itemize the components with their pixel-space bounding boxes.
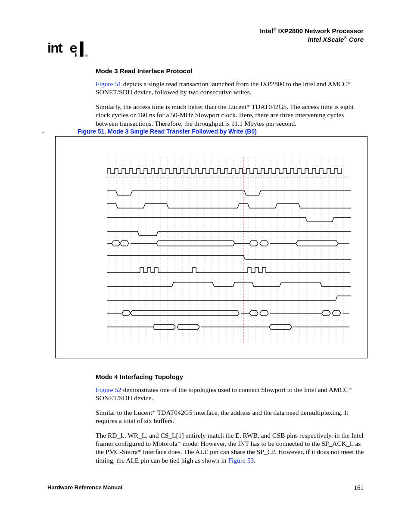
footer-manual-title: Hardware Reference Manual xyxy=(47,484,122,491)
registered-sup-2: ® xyxy=(344,35,347,40)
figure-52-link[interactable]: Figure 52 xyxy=(96,386,121,393)
mode4-para2: Similar to the Lucent* TDAT042G5 interfa… xyxy=(96,408,365,425)
page: Intel® IXP2800 Network Processor Intel X… xyxy=(0,0,411,532)
mode3-heading: Mode 3 Read Interface Protocol xyxy=(96,67,365,75)
header-line1-post: IXP2800 Network Processor xyxy=(276,27,364,34)
page-footer: Hardware Reference Manual 161 xyxy=(47,484,364,491)
svg-text:®: ® xyxy=(85,54,88,58)
header-line2-pre: Intel XScale xyxy=(308,36,344,43)
mode4-para3-post: . xyxy=(254,457,255,464)
timing-diagram-svg xyxy=(106,157,351,342)
intel-logo: int e ® xyxy=(47,40,95,60)
figure-51-caption: Figure 51. Mode 3 Single Read Transfer F… xyxy=(78,128,257,135)
header-line1-pre: Intel xyxy=(260,27,273,34)
footer-page-number: 161 xyxy=(354,484,364,492)
mode3-para1-rest: depicts a single read transaction launch… xyxy=(96,80,351,96)
mode4-heading: Mode 4 Interfacing Topology xyxy=(96,373,365,380)
mode4-para1-rest: demonstrates one of the topologies used … xyxy=(96,386,352,401)
mode3-para2: Similarly, the access time is much bette… xyxy=(96,103,365,128)
figure-51-link[interactable]: Figure 51 xyxy=(96,80,121,87)
mode3-para1: Figure 51 depicts a single read transact… xyxy=(96,80,365,96)
svg-rect-2 xyxy=(80,41,84,56)
header-line1: Intel® IXP2800 Network Processor xyxy=(260,27,364,35)
section-mode3: Mode 3 Read Interface Protocol Figure 51… xyxy=(96,67,365,134)
header-product: Intel® IXP2800 Network Processor Intel X… xyxy=(260,27,364,44)
figure-53-link[interactable]: Figure 53 xyxy=(228,457,254,464)
figure-51-timing-diagram xyxy=(55,136,367,358)
mode4-para3: The RD_L, WR_L, and CS_L[1] entirely mat… xyxy=(96,431,365,465)
svg-text:int: int xyxy=(47,40,63,56)
section-mode4: Mode 4 Interfacing Topology Figure 52 de… xyxy=(96,373,365,470)
header-line2-post: Core xyxy=(347,36,364,43)
header-line2: Intel XScale® Core xyxy=(260,35,364,44)
mode4-para1: Figure 52 demonstrates one of the topolo… xyxy=(96,386,365,402)
